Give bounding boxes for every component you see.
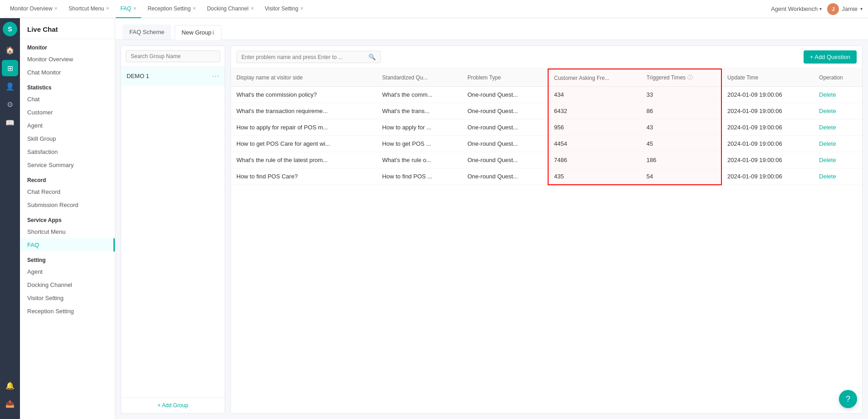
nav-item-reception-setting[interactable]: Reception Setting <box>20 305 115 318</box>
faq-toolbar: 🔍 + Add Question <box>231 46 862 69</box>
sub-tab-faq-scheme[interactable]: FAQ Scheme <box>123 25 171 39</box>
cell-operation[interactable]: Delete <box>814 87 862 103</box>
cell-problem_type: One-round Quest... <box>462 168 548 185</box>
group-search <box>121 46 225 67</box>
delete-button[interactable]: Delete <box>819 140 836 147</box>
nav-item-chat-record[interactable]: Chat Record <box>20 185 115 198</box>
sub-tab-new-group[interactable]: New Groupℹ <box>175 25 221 40</box>
tab-visitor-setting[interactable]: Visitor Setting✕ <box>260 0 309 18</box>
cell-triggered_times: 45 <box>641 136 721 152</box>
tab-label: FAQ <box>120 5 131 12</box>
nav-item-satisfaction[interactable]: Satisfaction <box>20 145 115 158</box>
user-dropdown[interactable]: J Jamie ▾ <box>827 3 863 15</box>
content-area: FAQ SchemeNew Groupℹ DEMO 1⋯ + Add Group… <box>115 18 868 419</box>
cell-problem_type: One-round Quest... <box>462 119 548 136</box>
tab-shortcut-menu[interactable]: Shortcut Menu✕ <box>64 0 114 18</box>
cell-operation[interactable]: Delete <box>814 136 862 152</box>
cell-customer_freq: 7486 <box>548 152 641 168</box>
nav-sidebar-title: Live Chat <box>20 18 115 39</box>
top-bar-right: Agent Workbench ▾ J Jamie ▾ <box>771 3 863 15</box>
tab-faq[interactable]: FAQ✕ <box>116 0 141 18</box>
nav-item-chat[interactable]: Chat <box>20 93 115 106</box>
nav-item-skill-group[interactable]: Skill Group <box>20 132 115 145</box>
cell-triggered_times: 43 <box>641 119 721 136</box>
nav-item-agent[interactable]: Agent <box>20 265 115 278</box>
cell-operation[interactable]: Delete <box>814 103 862 119</box>
settings-icon[interactable]: ⚙ <box>2 96 18 113</box>
cell-problem_type: One-round Quest... <box>462 103 548 119</box>
tab-close-icon[interactable]: ✕ <box>106 6 109 11</box>
faq-search-box: 🔍 <box>236 51 381 63</box>
delete-button[interactable]: Delete <box>819 91 836 98</box>
grid-icon[interactable]: ⊞ <box>2 60 18 76</box>
delete-button[interactable]: Delete <box>819 108 836 114</box>
cell-standardized: What's the comm... <box>377 87 462 103</box>
cell-update_time: 2024-01-09 19:00:06 <box>721 168 814 185</box>
nav-sidebar: Live Chat MonitorMonitor OverviewChat Mo… <box>20 18 115 419</box>
tab-label: Visitor Setting <box>265 5 299 12</box>
delete-button[interactable]: Delete <box>819 124 836 131</box>
workbench-chevron-icon: ▾ <box>819 6 822 11</box>
faq-table: Display name at visitor sideStandardized… <box>231 69 862 413</box>
table-row: How to find POS Care?How to find POS ...… <box>231 168 862 185</box>
nav-item-docking-channel[interactable]: Docking Channel <box>20 278 115 291</box>
cell-update_time: 2024-01-09 19:00:06 <box>721 152 814 168</box>
cell-problem_type: One-round Quest... <box>462 152 548 168</box>
cell-operation[interactable]: Delete <box>814 152 862 168</box>
help-button[interactable]: ? <box>839 390 857 408</box>
nav-item-agent[interactable]: Agent <box>20 119 115 132</box>
delete-button[interactable]: Delete <box>819 173 836 180</box>
cell-operation[interactable]: Delete <box>814 168 862 185</box>
cell-customer_freq: 956 <box>548 119 641 136</box>
tab-close-icon[interactable]: ✕ <box>300 6 304 11</box>
search-icon: 🔍 <box>368 54 376 60</box>
notification-icon[interactable]: 🔔 <box>2 377 18 394</box>
tab-docking-channel[interactable]: Docking Channel✕ <box>202 0 258 18</box>
col-header-triggered_times: Triggered Timesⓘ <box>641 69 721 87</box>
main-layout: S 🏠 ⊞ 👤 ⚙ 📖 🔔 📤 Live Chat MonitorMonitor… <box>0 18 868 419</box>
tab-reception-setting[interactable]: Reception Setting✕ <box>143 0 201 18</box>
cell-operation[interactable]: Delete <box>814 119 862 136</box>
cell-display_name: How to get POS Care for agent wi... <box>231 136 377 152</box>
nav-item-monitor-overview[interactable]: Monitor Overview <box>20 53 115 66</box>
cell-triggered_times: 33 <box>641 87 721 103</box>
tab-close-icon[interactable]: ✕ <box>54 6 58 11</box>
cell-update_time: 2024-01-09 19:00:06 <box>721 103 814 119</box>
nav-item-shortcut-menu[interactable]: Shortcut Menu <box>20 225 115 238</box>
add-group-button[interactable]: + Add Group <box>121 397 225 413</box>
home-icon[interactable]: 🏠 <box>2 42 18 58</box>
delete-button[interactable]: Delete <box>819 157 836 163</box>
nav-item-customer[interactable]: Customer <box>20 106 115 119</box>
export-icon[interactable]: 📤 <box>2 395 18 412</box>
tab-monitor-overview[interactable]: Monitor Overview✕ <box>5 0 62 18</box>
cell-update_time: 2024-01-09 19:00:06 <box>721 119 814 136</box>
nav-item-faq[interactable]: FAQ <box>20 238 115 251</box>
tab-close-icon[interactable]: ✕ <box>192 6 196 11</box>
cell-display_name: What's the transaction requireme... <box>231 103 377 119</box>
cell-problem_type: One-round Quest... <box>462 87 548 103</box>
group-search-input[interactable] <box>126 50 220 62</box>
faq-search-input[interactable] <box>241 54 368 60</box>
add-question-button[interactable]: + Add Question <box>804 50 857 64</box>
tab-close-icon[interactable]: ✕ <box>133 6 137 11</box>
col-header-display_name: Display name at visitor side <box>231 69 377 87</box>
book-icon[interactable]: 📖 <box>2 114 18 131</box>
group-item-menu-icon[interactable]: ⋯ <box>212 72 219 80</box>
user-name: Jamie <box>842 5 858 12</box>
tab-label: Docking Channel <box>207 5 248 12</box>
agent-workbench-label: Agent Workbench <box>771 5 818 12</box>
tab-close-icon[interactable]: ✕ <box>250 6 254 11</box>
nav-item-visitor-setting[interactable]: Visitor Setting <box>20 291 115 305</box>
cell-customer_freq: 435 <box>548 168 641 185</box>
contacts-icon[interactable]: 👤 <box>2 78 18 94</box>
cell-update_time: 2024-01-09 19:00:06 <box>721 136 814 152</box>
group-item-label: DEMO 1 <box>127 73 149 79</box>
sub-tabs: FAQ SchemeNew Groupℹ <box>115 18 868 40</box>
group-item[interactable]: DEMO 1⋯ <box>121 67 225 85</box>
nav-item-submission-record[interactable]: Submission Record <box>20 198 115 212</box>
table-row: How to apply for repair of POS m...How t… <box>231 119 862 136</box>
agent-workbench-dropdown[interactable]: Agent Workbench ▾ <box>771 5 822 12</box>
nav-item-service-summary[interactable]: Service Summary <box>20 158 115 172</box>
cell-display_name: How to apply for repair of POS m... <box>231 119 377 136</box>
nav-item-chat-monitor[interactable]: Chat Monitor <box>20 66 115 79</box>
